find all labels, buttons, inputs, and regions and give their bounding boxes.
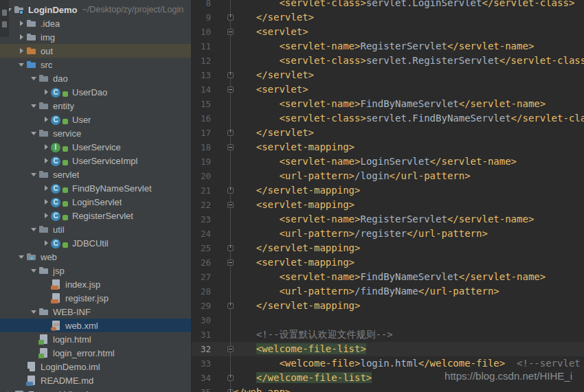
code-line-33[interactable]: <welcome-file>login.html</welcome-file> …	[233, 356, 584, 371]
code-line-35[interactable]: </web-app>	[233, 385, 291, 392]
chevron-placeholder	[30, 347, 38, 358]
code-line-22[interactable]: <servlet-mapping>	[233, 198, 355, 212]
code-token: /findByName	[355, 286, 418, 297]
fold-end-icon[interactable]	[227, 14, 234, 21]
fold-end-icon[interactable]	[227, 389, 234, 392]
code-line-16[interactable]: <servlet-class>servlet.FindByNameServlet…	[233, 111, 584, 126]
fold-end-icon[interactable]	[227, 130, 234, 136]
tree-item-external-libraries[interactable]: External Libraries	[0, 387, 191, 392]
tree-item-out[interactable]: out	[0, 44, 191, 58]
code-line-24[interactable]: <url-pattern>/register</url-pattern>	[233, 227, 488, 241]
tree-item-jsp[interactable]: jsp	[0, 264, 191, 277]
code-line-15[interactable]: <servlet-name>FindByNameServlet</servlet…	[233, 97, 546, 111]
tree-item-servlet[interactable]: servlet	[0, 168, 191, 181]
chevron-right-icon[interactable]	[5, 389, 14, 392]
code-line-11[interactable]: <servlet-name>RegisterServlet</servlet-n…	[233, 39, 534, 54]
chevron-right-icon[interactable]	[43, 210, 51, 221]
tree-item-userservice[interactable]: IUserService	[0, 140, 191, 154]
chevron-right-icon[interactable]	[43, 114, 51, 125]
fold-collapse-icon[interactable]	[227, 346, 234, 352]
code-line-32[interactable]: <welcome-file-list>	[233, 342, 366, 356]
code-line-8[interactable]: <servlet-class>servlet.LoginServlet</ser…	[233, 0, 574, 10]
tree-item-service[interactable]: service	[0, 126, 191, 140]
tree-item-src[interactable]: src	[0, 58, 191, 71]
tree-item-logindemo[interactable]: LoginDemo~/Desktop/zy/project/Login	[0, 3, 191, 16]
chevron-down-icon[interactable]	[30, 169, 38, 180]
tree-item-web-xml[interactable]: web.xml	[0, 319, 191, 332]
tree-item-idea[interactable]: .idea	[0, 16, 191, 30]
tree-item-findbynameservlet[interactable]: CFindByNameServlet	[0, 181, 191, 195]
tree-item-registerservlet[interactable]: CRegisterServlet	[0, 209, 191, 222]
code-line-17[interactable]: </servlet>	[233, 126, 314, 140]
code-line-31[interactable]: <!--设置默认欢迎文件规则-->	[233, 327, 393, 342]
chevron-down-icon[interactable]	[30, 128, 38, 139]
file-type-badge	[38, 354, 44, 358]
chevron-down-icon[interactable]	[18, 251, 26, 262]
tree-item-user[interactable]: CUser	[0, 113, 191, 126]
tree-item-entity[interactable]: entity	[0, 99, 191, 113]
code-line-27[interactable]: <servlet-name>FindByNameServlet</servlet…	[233, 270, 546, 284]
code-line-18[interactable]: <servlet-mapping>	[233, 140, 355, 154]
fold-end-icon[interactable]	[227, 245, 234, 251]
fold-collapse-icon[interactable]	[227, 202, 234, 208]
code-line-12[interactable]: <servlet-class>servlet.RegisterServlet</…	[233, 54, 584, 68]
tree-item-img[interactable]: img	[0, 30, 191, 44]
code-line-20[interactable]: <url-pattern>/login</url-pattern>	[233, 169, 471, 183]
chevron-down-icon[interactable]	[30, 73, 38, 84]
fold-collapse-icon[interactable]	[227, 29, 234, 35]
chevron-down-icon[interactable]	[18, 59, 26, 70]
tree-item-logindemo-iml[interactable]: LoginDemo.iml	[0, 360, 191, 373]
tree-item-index-jsp[interactable]: index.jsp	[0, 277, 191, 291]
fold-collapse-icon[interactable]	[227, 87, 234, 93]
chevron-right-icon[interactable]	[18, 32, 26, 43]
code-line-19[interactable]: <servlet-name>LoginServlet</servlet-name…	[233, 154, 517, 169]
tree-item-login-error-html[interactable]: login_error.html	[0, 346, 191, 360]
fold-collapse-icon[interactable]	[227, 260, 234, 266]
code-token: <welcome-file>	[279, 358, 360, 369]
chevron-right-icon[interactable]	[18, 18, 26, 29]
tree-item-web[interactable]: web	[0, 250, 191, 264]
stripe-icon[interactable]	[2, 10, 7, 16]
fold-end-icon[interactable]	[227, 187, 234, 194]
chevron-down-icon[interactable]	[30, 306, 38, 317]
code-line-13[interactable]: </servlet>	[233, 68, 314, 82]
chevron-right-icon[interactable]	[43, 196, 51, 207]
code-line-29[interactable]: </servlet-mapping>	[233, 299, 360, 313]
chevron-right-icon[interactable]	[18, 45, 26, 56]
tree-item-userserviceimpl[interactable]: CUserServiceImpl	[0, 154, 191, 168]
stripe-icon[interactable]	[2, 21, 7, 27]
code-line-25[interactable]: </servlet-mapping>	[233, 241, 360, 255]
chevron-right-icon[interactable]	[43, 155, 51, 166]
chevron-right-icon[interactable]	[43, 87, 51, 97]
tree-item-loginservlet[interactable]: CLoginServlet	[0, 195, 191, 209]
tree-item-login-html[interactable]: login.html	[0, 332, 191, 346]
tree-item-web-inf[interactable]: WEB-INF	[0, 305, 191, 319]
code-line-14[interactable]: <servlet>	[233, 82, 308, 97]
chevron-right-icon[interactable]	[43, 238, 51, 249]
tree-item-util[interactable]: util	[0, 222, 191, 236]
code-line-21[interactable]: </servlet-mapping>	[233, 183, 360, 198]
tree-item-userdao[interactable]: CUserDao	[0, 85, 191, 99]
code-line-9[interactable]: </servlet>	[233, 10, 314, 25]
fold-end-icon[interactable]	[227, 72, 234, 78]
chevron-down-icon[interactable]	[30, 100, 38, 111]
line-number: 18	[192, 140, 211, 154]
chevron-right-icon[interactable]	[43, 183, 51, 194]
fold-end-icon[interactable]	[227, 303, 234, 309]
code-line-23[interactable]: <servlet-name>RegisterServlet</servlet-n…	[233, 212, 534, 227]
tree-item-register-jsp[interactable]: register.jsp	[0, 291, 191, 305]
chevron-down-icon[interactable]	[30, 224, 38, 235]
tree-item-readme-md[interactable]: README.md	[0, 373, 191, 387]
code-token	[505, 358, 517, 369]
chevron-down-icon[interactable]	[30, 265, 38, 276]
code-line-26[interactable]: <servlet-mapping>	[233, 255, 355, 270]
tree-item-dao[interactable]: dao	[0, 71, 191, 85]
code-line-10[interactable]: <servlet>	[233, 25, 308, 39]
fold-end-icon[interactable]	[227, 375, 234, 381]
code-line-34[interactable]: </welcome-file-list>	[233, 371, 372, 385]
code-line-28[interactable]: <url-pattern>/findByName</url-pattern>	[233, 284, 499, 299]
chevron-right-icon[interactable]	[43, 141, 51, 152]
fold-collapse-icon[interactable]	[227, 144, 234, 150]
tree-item-jdbcutil[interactable]: CJDBCUtil	[0, 236, 191, 250]
editor-webxml[interactable]: 8910111213141516171819202122232425262728…	[192, 0, 584, 392]
